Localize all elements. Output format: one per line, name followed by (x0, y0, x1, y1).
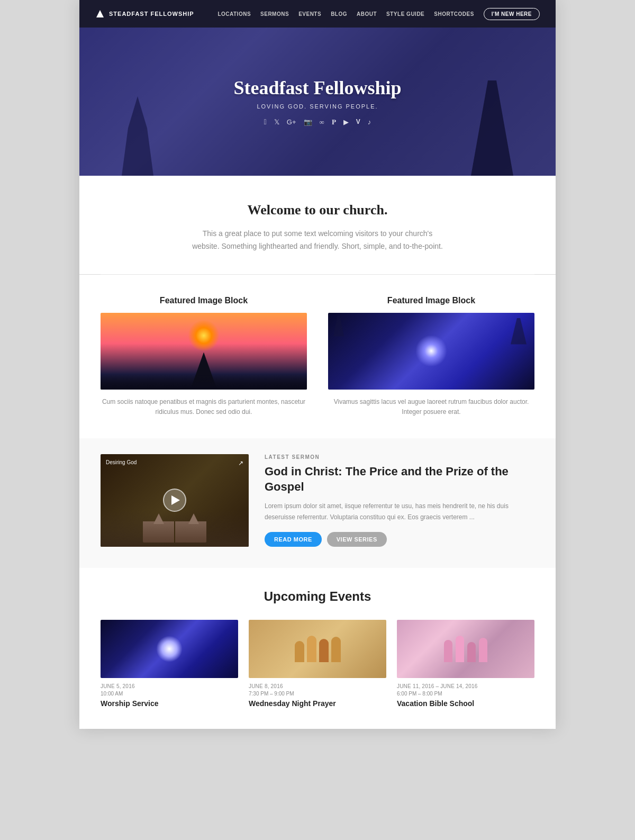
book-spine (174, 521, 175, 543)
featured-image-1 (101, 313, 307, 390)
kid-1 (444, 640, 452, 662)
vimeo-icon[interactable]: V (356, 118, 360, 127)
concert-light (415, 335, 447, 367)
kid-3 (467, 642, 476, 662)
featured-block-2-desc: Vivamus sagittis lacus vel augue laoreet… (328, 397, 534, 417)
sermon-title: God in Christ: The Price and the Prize o… (265, 464, 534, 494)
brand-name: STEADFAST FELLOWSHIP (109, 11, 194, 17)
welcome-heading: Welcome to our church. (101, 202, 534, 218)
instagram-icon[interactable]: 📷 (304, 118, 312, 127)
hero-section: Steadfast Fellowship LOVING GOD. SERVING… (79, 28, 556, 176)
nav-shortcodes[interactable]: SHORTCODES (434, 11, 474, 17)
events-grid: JUNE 5, 2016 10:00 AM Worship Service JU… (101, 620, 534, 708)
sermon-info: LATEST SERMON God in Christ: The Price a… (265, 454, 534, 547)
featured-block-2: Featured Image Block Vivamus sagittis la… (328, 296, 534, 417)
sun (188, 320, 220, 351)
heart-left (153, 513, 164, 524)
book-area (101, 510, 249, 547)
event-light-1 (156, 636, 183, 662)
person-4 (331, 637, 341, 662)
twitter-icon[interactable]: 𝕏 (274, 118, 279, 127)
infinity-icon[interactable]: ∞ (320, 118, 324, 127)
featured-section: Featured Image Block Cum sociis natoque … (79, 275, 556, 438)
group-people (295, 636, 341, 662)
event-card-2: JUNE 8, 2016 7:30 PM – 9:00 PM Wednesday… (249, 620, 386, 708)
read-more-button[interactable]: READ MORE (265, 532, 322, 547)
latest-sermon-label: LATEST SERMON (265, 454, 534, 460)
sermon-excerpt: Lorem ipsum dolor sit amet, iisque refer… (265, 501, 534, 522)
event-card-3: JUNE 11, 2016 – JUNE 14, 2016 6:00 PM – … (397, 620, 534, 708)
event-time-2: 7:30 PM – 9:00 PM (249, 691, 386, 697)
kids-people (444, 636, 487, 662)
person-1 (295, 641, 304, 662)
share-icon[interactable]: ↗ (238, 459, 243, 467)
sermon-video-label: Desiring God (106, 459, 137, 465)
concert-hand (511, 318, 527, 345)
nav-locations[interactable]: LOCATIONS (217, 11, 251, 17)
pinterest-icon[interactable]: 𝐏 (332, 118, 336, 127)
facebook-icon[interactable]:  (264, 118, 267, 127)
nav-about[interactable]: ABOUT (357, 11, 377, 17)
sermon-section: Desiring God ↗ LATEST SERMON God in Chri… (79, 438, 556, 568)
view-series-button[interactable]: VIEW SERIES (327, 532, 387, 547)
welcome-section: Welcome to our church. This a great plac… (79, 176, 556, 274)
nav-blog[interactable]: BLOG (331, 11, 347, 17)
welcome-body: This a great place to put some text welc… (190, 228, 444, 253)
brand[interactable]: STEADFAST FELLOWSHIP (95, 9, 194, 19)
sermon-video[interactable]: Desiring God ↗ (101, 454, 249, 547)
logo-icon (95, 9, 105, 19)
event-time-3: 6:00 PM – 8:00 PM (397, 691, 534, 697)
featured-image-2 (328, 313, 534, 390)
sunset-gradient-bottom (101, 374, 307, 390)
googleplus-icon[interactable]: G+ (287, 118, 296, 127)
play-button[interactable] (163, 489, 186, 512)
youtube-icon[interactable]: ▶ (343, 118, 349, 127)
nav-style-guide[interactable]: STYLE GUIDE (386, 11, 424, 17)
spotify-icon[interactable]: ♪ (368, 118, 371, 127)
events-section: Upcoming Events JUNE 5, 2016 10:00 AM Wo… (79, 568, 556, 729)
new-here-button[interactable]: I'M NEW HERE (484, 8, 540, 20)
svg-marker-0 (96, 10, 104, 17)
event-image-1 (101, 620, 238, 678)
nav-sermons[interactable]: SERMONS (260, 11, 289, 17)
navbar: STEADFAST FELLOWSHIP LOCATIONS SERMONS E… (79, 0, 556, 28)
nav-events[interactable]: EVENTS (298, 11, 321, 17)
event-name-2: Wednesday Night Prayer (249, 699, 386, 708)
featured-block-1-desc: Cum sociis natoque penatibus et magnis d… (101, 397, 307, 417)
events-heading: Upcoming Events (101, 589, 534, 604)
event-name-3: Vacation Bible School (397, 699, 534, 708)
featured-block-1: Featured Image Block Cum sociis natoque … (101, 296, 307, 417)
event-card-1: JUNE 5, 2016 10:00 AM Worship Service (101, 620, 238, 708)
event-date-1: JUNE 5, 2016 (101, 683, 238, 689)
hero-title: Steadfast Fellowship (233, 77, 401, 99)
featured-block-2-title: Featured Image Block (328, 296, 534, 305)
hero-subtitle: LOVING GOD. SERVING PEOPLE. (233, 103, 401, 110)
hero-content: Steadfast Fellowship LOVING GOD. SERVING… (233, 77, 401, 127)
book (143, 521, 206, 543)
event-image-3 (397, 620, 534, 678)
sermon-buttons: READ MORE VIEW SERIES (265, 532, 534, 547)
person-3 (319, 639, 329, 662)
event-date-3: JUNE 11, 2016 – JUNE 14, 2016 (397, 683, 534, 689)
event-image-2 (249, 620, 386, 678)
event-date-2: JUNE 8, 2016 (249, 683, 386, 689)
play-icon (171, 495, 180, 505)
kid-2 (456, 636, 464, 662)
event-name-1: Worship Service (101, 699, 238, 708)
concert-hand-2 (333, 315, 344, 337)
featured-block-1-title: Featured Image Block (101, 296, 307, 305)
event-time-1: 10:00 AM (101, 691, 238, 697)
hero-social-icons:  𝕏 G+ 📷 ∞ 𝐏 ▶ V ♪ (233, 118, 401, 127)
person-2 (307, 636, 316, 662)
kid-4 (479, 638, 487, 662)
heart-right (188, 513, 199, 524)
nav-links: LOCATIONS SERMONS EVENTS BLOG ABOUT STYL… (217, 8, 540, 20)
